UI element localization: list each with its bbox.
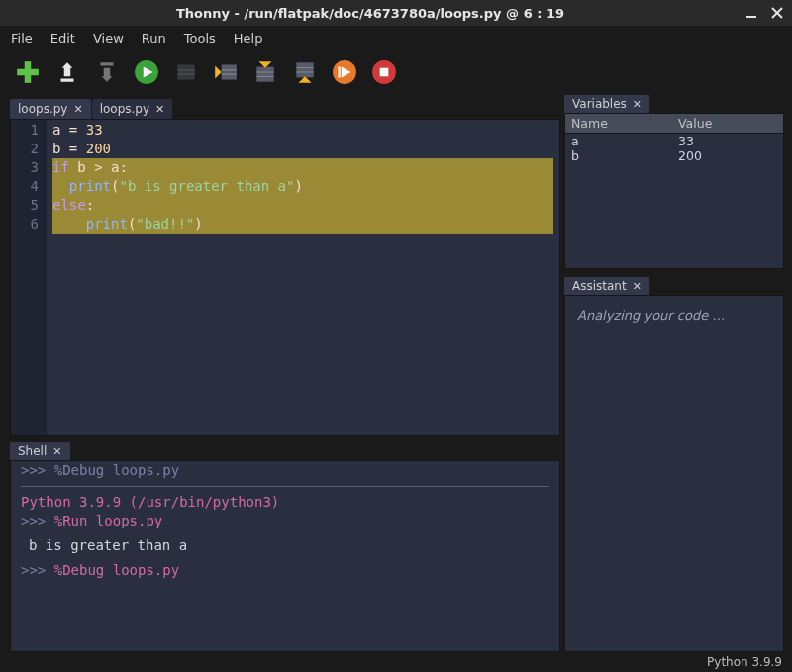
editor-gutter: 1 2 3 4 5 6 — [11, 120, 47, 435]
menubar: File Edit View Run Tools Help — [0, 26, 792, 49]
code-line-highlighted: print("b is greater than a") — [52, 177, 553, 196]
editor-tab[interactable]: loops.py ✕ — [92, 99, 173, 119]
run-button[interactable] — [133, 58, 160, 86]
svg-rect-26 — [339, 67, 341, 78]
shell-line: >>> %Run loops.py — [21, 512, 549, 530]
assistant-content: Analyzing your code … — [564, 295, 784, 652]
svg-rect-9 — [177, 64, 194, 79]
editor-tab-label: loops.py — [100, 102, 149, 116]
shell-separator — [21, 486, 549, 487]
open-file-button[interactable] — [53, 58, 81, 86]
variables-title: Variables — [572, 97, 627, 111]
stop-button[interactable] — [370, 58, 398, 86]
minimize-icon[interactable] — [742, 4, 760, 22]
left-pane: loops.py ✕ loops.py ✕ 1 2 3 4 5 6 a = 33… — [0, 95, 560, 652]
code-line-highlighted: else: — [52, 196, 553, 215]
shell-output[interactable]: >>> %Debug loops.py Python 3.9.9 (/usr/b… — [10, 460, 560, 652]
close-variables-icon[interactable]: ✕ — [633, 98, 642, 111]
line-number: 4 — [15, 177, 39, 196]
window-titlebar: Thonny - /run/flatpak/doc/4673780a/loops… — [0, 0, 792, 26]
code-editor[interactable]: 1 2 3 4 5 6 a = 33 b = 200 if b > a: pri… — [10, 119, 560, 436]
menu-run[interactable]: Run — [133, 29, 175, 48]
step-into-button[interactable] — [251, 58, 279, 86]
editor-tab-label: loops.py — [18, 102, 67, 116]
svg-rect-4 — [17, 69, 39, 76]
svg-rect-12 — [222, 64, 237, 79]
line-number: 1 — [15, 121, 39, 140]
save-file-button[interactable] — [93, 58, 121, 86]
right-pane: Variables ✕ Name Value a 33 b 200 — [560, 95, 792, 652]
window-title: Thonny - /run/flatpak/doc/4673780a/loops… — [6, 6, 735, 21]
shell-output-line: b is greater than a — [29, 536, 549, 555]
menu-help[interactable]: Help — [225, 29, 272, 48]
main-area: loops.py ✕ loops.py ✕ 1 2 3 4 5 6 a = 33… — [0, 95, 792, 652]
status-python: Python 3.9.9 — [707, 655, 782, 669]
menu-file[interactable]: File — [2, 29, 42, 48]
close-assistant-icon[interactable]: ✕ — [633, 280, 642, 293]
variables-col-value: Value — [672, 114, 783, 133]
shell-line: >>> %Debug loops.py — [21, 461, 549, 480]
shell-title: Shell — [18, 444, 47, 458]
variables-panel-header[interactable]: Variables ✕ — [564, 95, 649, 113]
assistant-text: Analyzing your code … — [577, 308, 725, 323]
step-over-button[interactable] — [212, 58, 240, 86]
shell-panel-header[interactable]: Shell ✕ — [10, 442, 70, 460]
line-number: 5 — [15, 196, 39, 215]
code-line-highlighted: if b > a: — [52, 158, 553, 177]
new-file-button[interactable] — [14, 58, 42, 86]
svg-marker-15 — [215, 66, 222, 79]
close-tab-icon[interactable]: ✕ — [73, 103, 82, 116]
variables-table[interactable]: Name Value a 33 b 200 — [564, 113, 784, 269]
status-bar: Python 3.9.9 — [0, 652, 792, 672]
variable-value: 33 — [672, 134, 783, 148]
variables-col-name: Name — [565, 114, 672, 133]
variable-name: b — [565, 148, 672, 163]
editor-tab[interactable]: loops.py ✕ — [10, 99, 91, 119]
step-out-button[interactable] — [291, 58, 319, 86]
editor-code-area[interactable]: a = 33 b = 200 if b > a: print("b is gre… — [47, 120, 559, 435]
close-tab-icon[interactable]: ✕ — [155, 103, 164, 116]
svg-rect-6 — [101, 62, 114, 65]
line-number: 2 — [15, 140, 39, 158]
close-icon[interactable] — [768, 4, 786, 22]
svg-rect-16 — [256, 67, 273, 82]
assistant-panel: Assistant ✕ Analyzing your code … — [564, 277, 784, 652]
variable-name: a — [565, 134, 672, 148]
line-number: 6 — [15, 215, 39, 234]
svg-rect-20 — [296, 62, 313, 77]
variable-row[interactable]: a 33 — [565, 134, 783, 148]
svg-rect-5 — [61, 79, 74, 82]
resume-button[interactable] — [331, 58, 358, 86]
editor-tabs: loops.py ✕ loops.py ✕ — [10, 95, 560, 119]
variables-header-row: Name Value — [565, 114, 783, 134]
menu-view[interactable]: View — [84, 29, 133, 48]
menu-tools[interactable]: Tools — [175, 29, 225, 48]
shell-panel: Shell ✕ >>> %Debug loops.py Python 3.9.9… — [10, 442, 560, 652]
line-number: 3 — [15, 158, 39, 177]
shell-line: >>> %Debug loops.py — [21, 561, 549, 580]
toolbar — [0, 49, 792, 95]
svg-rect-0 — [746, 16, 756, 18]
code-line-highlighted: print("bad!!") — [52, 215, 553, 234]
svg-rect-28 — [380, 68, 389, 77]
assistant-title: Assistant — [572, 279, 627, 293]
assistant-panel-header[interactable]: Assistant ✕ — [564, 277, 649, 295]
code-line: a = 33 — [52, 121, 553, 140]
debug-button[interactable] — [172, 58, 200, 86]
variable-row[interactable]: b 200 — [565, 148, 783, 163]
code-line: b = 200 — [52, 140, 553, 158]
menu-edit[interactable]: Edit — [42, 29, 84, 48]
close-shell-icon[interactable]: ✕ — [52, 445, 61, 458]
variable-value: 200 — [672, 148, 783, 163]
variables-panel: Variables ✕ Name Value a 33 b 200 — [564, 95, 784, 269]
shell-line: Python 3.9.9 (/usr/bin/python3) — [21, 493, 549, 512]
